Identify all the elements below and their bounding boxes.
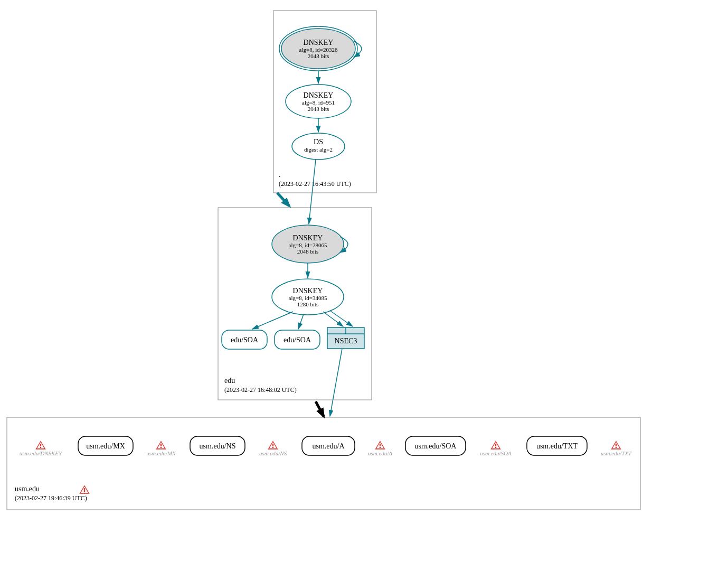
svg-text:DNSKEY: DNSKEY [293,234,323,242]
svg-text:1280 bits: 1280 bits [297,301,319,307]
zone-usm-box [7,417,640,510]
edge-edu-k2-soa1 [252,312,293,329]
usm-txt-gray: usm.edu/TXT [601,441,632,456]
zone-usm-label: usm.edu [15,485,40,493]
root-dnskey2-node: DNSKEY alg=8, id=951 2048 bits [286,85,351,118]
svg-text:alg=8, id=34085: alg=8, id=34085 [289,295,327,301]
svg-text:edu/SOA: edu/SOA [231,336,259,344]
edge-ds-to-edu-k1 [309,160,316,224]
edu-soa1-node: edu/SOA [222,330,267,349]
edu-nsec3-node: NSEC3 [327,328,364,349]
svg-text:usm.edu/MX: usm.edu/MX [86,442,125,450]
svg-text:usm.edu/NS: usm.edu/NS [200,442,236,450]
usm-mx-gray: usm.edu/MX [146,441,176,456]
edge-edu-k2-nsec3b [330,311,353,326]
zone-edu-timestamp: (2023-02-27 16:48:02 UTC) [224,386,297,394]
usm-txt-box: usm.edu/TXT [527,436,587,455]
warning-icon [35,441,46,450]
usm-ns-gray: usm.edu/NS [259,441,287,456]
svg-text:usm.edu/A: usm.edu/A [312,442,345,450]
edge-edu-k2-soa2 [298,314,304,329]
warning-icon [611,441,621,450]
usm-ns-box: usm.edu/NS [190,436,245,455]
edu-dnskey2-node: DNSKEY alg=8, id=34085 1280 bits [272,279,344,315]
svg-text:alg=8, id=28065: alg=8, id=28065 [289,242,327,248]
svg-text:usm.edu/NS: usm.edu/NS [259,450,287,456]
edge-nsec3-to-usm [330,349,342,416]
svg-text:usm.edu/TXT: usm.edu/TXT [601,450,632,456]
usm-soa-box: usm.edu/SOA [405,436,466,455]
edu-soa2-node: edu/SOA [275,330,320,349]
svg-text:usm.edu/A: usm.edu/A [368,450,392,456]
svg-text:DNSKEY: DNSKEY [293,287,323,295]
svg-text:usm.edu/SOA: usm.edu/SOA [480,450,512,456]
svg-text:NSEC3: NSEC3 [335,337,357,345]
zone-root-timestamp: (2023-02-27 16:43:50 UTC) [279,180,351,188]
usm-dnskey-gray: usm.edu/DNSKEY [20,441,63,456]
warning-icon [375,441,385,450]
svg-text:2048 bits: 2048 bits [308,106,329,112]
usm-soa-gray: usm.edu/SOA [480,441,512,456]
warning-icon [156,441,166,450]
usm-a-box: usm.edu/A [302,436,355,455]
usm-mx-box: usm.edu/MX [78,436,133,455]
zone-edu-label: edu [224,377,235,385]
root-dnskey1-node: DNSKEY alg=8, id=20326 2048 bits [279,26,357,71]
svg-text:alg=8, id=951: alg=8, id=951 [302,99,335,106]
svg-text:alg=8, id=20326: alg=8, id=20326 [299,46,338,53]
warning-icon [268,441,278,450]
warning-icon [490,441,501,450]
svg-text:DNSKEY: DNSKEY [304,91,334,99]
edge-edu-k2-nsec3a [323,312,343,326]
warning-icon [79,485,90,494]
zone-root-label: . [279,171,281,179]
edge-edu-to-usm-zone [316,401,324,416]
svg-text:2048 bits: 2048 bits [297,248,319,255]
edu-dnskey1-node: DNSKEY alg=8, id=28065 2048 bits [272,225,344,263]
svg-text:edu/SOA: edu/SOA [283,336,311,344]
svg-text:usm.edu/TXT: usm.edu/TXT [536,442,578,450]
svg-text:usm.edu/DNSKEY: usm.edu/DNSKEY [20,450,63,456]
svg-text:digest alg=2: digest alg=2 [304,146,333,153]
svg-text:usm.edu/SOA: usm.edu/SOA [415,442,457,450]
svg-text:DS: DS [314,138,323,146]
usm-a-gray: usm.edu/A [368,441,392,456]
svg-text:usm.edu/MX: usm.edu/MX [146,450,176,456]
edge-root-to-edu-zone [277,193,289,206]
root-ds-node: DS digest alg=2 [292,133,345,160]
zone-usm-timestamp: (2023-02-27 19:46:39 UTC) [15,494,87,502]
svg-text:DNSKEY: DNSKEY [304,39,334,46]
svg-text:2048 bits: 2048 bits [308,53,329,59]
